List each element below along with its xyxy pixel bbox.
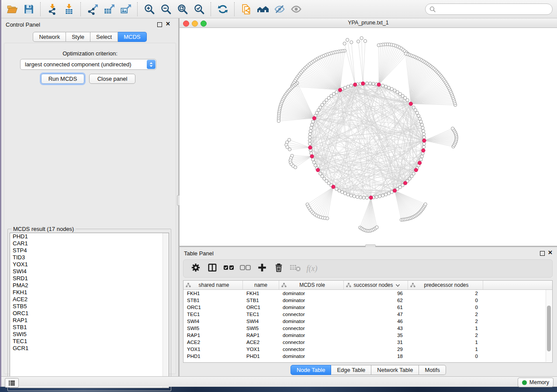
column-label: shared name: [198, 282, 229, 288]
optimization-criterion-select[interactable]: largest connected component (undirected): [20, 59, 156, 70]
network-window-titlebar[interactable]: YPA_prune.txt_1: [180, 18, 557, 28]
mcds-result-item[interactable]: PHD1: [10, 233, 169, 240]
control-panel-title: Control Panel: [6, 21, 40, 28]
table-row[interactable]: STB1STB1dominator620: [183, 297, 552, 304]
column-layout-button[interactable]: [205, 261, 219, 275]
table-row[interactable]: SWI4SWI4dominator462: [183, 318, 552, 325]
first-neighbors-button[interactable]: [255, 2, 271, 17]
cell-predecessor-nodes: 2: [408, 333, 483, 338]
tab-edge-table[interactable]: Edge Table: [331, 365, 371, 375]
export-table-button[interactable]: [101, 2, 118, 17]
memory-button[interactable]: Memory: [518, 378, 554, 387]
close-panel-icon[interactable]: ✕: [166, 21, 170, 27]
table-tabs: Node TableEdge TableNetwork TableMotifs: [180, 365, 557, 375]
mcds-result-item[interactable]: CAR1: [10, 240, 169, 247]
float-window-icon[interactable]: [157, 22, 162, 27]
cell-MCDS-role: connector: [279, 326, 344, 331]
tab-motifs[interactable]: Motifs: [419, 365, 446, 375]
network-canvas[interactable]: [180, 28, 557, 246]
mcds-result-item[interactable]: STB1: [10, 324, 169, 331]
refresh-network-button[interactable]: [214, 2, 231, 17]
zoom-selected-button[interactable]: [191, 2, 208, 17]
save-session-button[interactable]: [21, 2, 37, 17]
table-row[interactable]: SWI5SWI5connector431: [183, 325, 552, 332]
mcds-result-item[interactable]: RAP1: [10, 317, 169, 324]
mcds-result-item[interactable]: SWI4: [10, 268, 169, 275]
clone-network-button[interactable]: [238, 2, 255, 17]
column-header-successor-nodes[interactable]: successor nodes: [344, 281, 408, 289]
table-row[interactable]: TEC1TEC1connector472: [183, 311, 552, 318]
mcds-result-item[interactable]: YOX1: [10, 261, 169, 268]
network-graph[interactable]: [180, 28, 557, 246]
show-columns-button[interactable]: [222, 261, 236, 275]
tab-network-table[interactable]: Network Table: [371, 365, 419, 375]
cell-MCDS-role: dominator: [279, 319, 344, 324]
zoom-in-button[interactable]: [141, 2, 158, 17]
settings-gear-button[interactable]: [189, 261, 203, 275]
mcds-result-item[interactable]: SRD1: [10, 275, 169, 282]
add-column-button[interactable]: [255, 261, 269, 275]
status-bar: Memory: [1, 376, 557, 387]
tab-mcds[interactable]: MCDS: [118, 32, 146, 42]
import-table-button[interactable]: [61, 2, 77, 17]
function-builder-button[interactable]: f(x): [305, 261, 319, 275]
mcds-result-item[interactable]: SWI5: [10, 331, 169, 338]
column-label: successor nodes: [353, 282, 393, 288]
tab-select[interactable]: Select: [90, 32, 118, 42]
mcds-result-list[interactable]: PHD1CAR1STP4TID3YOX1SWI4SRD1PMA2FKH1ACE2…: [10, 233, 169, 388]
open-file-button[interactable]: [4, 2, 21, 17]
export-network-button[interactable]: [84, 2, 101, 17]
export-image-button[interactable]: [118, 2, 134, 17]
mcds-result-item[interactable]: STB5: [10, 303, 169, 310]
import-network-button[interactable]: [44, 2, 61, 17]
column-header-MCDS-role[interactable]: MCDS role: [279, 281, 344, 289]
zoom-out-button[interactable]: [158, 2, 174, 17]
table-row[interactable]: YOX1YOX1connector291: [183, 346, 552, 353]
column-layout-icon: [208, 263, 217, 274]
toolbar-button-groups: [4, 2, 304, 17]
cell-name: TEC1: [243, 312, 279, 317]
column-header-shared-name[interactable]: shared name: [183, 281, 243, 289]
select-stepper-icon: [147, 60, 156, 69]
float-window-icon[interactable]: [540, 251, 545, 256]
column-header-predecessor-nodes[interactable]: predecessor nodes: [408, 281, 483, 289]
mcds-result-item[interactable]: FKH1: [10, 289, 169, 296]
delete-column-button[interactable]: [272, 261, 286, 275]
table-row[interactable]: ORC1ORC1dominator610: [183, 304, 552, 311]
tab-node-table[interactable]: Node Table: [291, 365, 332, 375]
mcds-result-item[interactable]: STP4: [10, 247, 169, 254]
hide-selected-button[interactable]: [271, 2, 288, 17]
table-row[interactable]: FKH1FKH1dominator962: [183, 290, 552, 297]
column-label: name: [254, 282, 267, 288]
search-box[interactable]: [425, 3, 553, 15]
close-panel-button[interactable]: Close panel: [89, 74, 135, 84]
task-history-button[interactable]: [5, 378, 19, 388]
search-input[interactable]: [438, 6, 544, 13]
cell-predecessor-nodes: 0: [408, 298, 483, 303]
delete-table-button[interactable]: [288, 261, 302, 275]
close-panel-icon[interactable]: ✕: [548, 250, 553, 256]
hide-columns-button[interactable]: [239, 261, 253, 275]
mcds-result-item[interactable]: PMA2: [10, 282, 169, 289]
cell-successor-nodes: 31: [344, 340, 408, 345]
mcds-result-item[interactable]: GCR1: [10, 345, 169, 352]
show-all-button[interactable]: [288, 2, 304, 17]
mcds-result-item[interactable]: ORC1: [10, 310, 169, 317]
scrollbar-thumb[interactable]: [547, 306, 551, 351]
run-mcds-button[interactable]: Run MCDS: [41, 74, 84, 84]
cell-name: ORC1: [243, 305, 279, 310]
zoom-fit-button[interactable]: [174, 2, 191, 17]
cell-predecessor-nodes: 0: [408, 305, 483, 310]
mcds-result-item[interactable]: TID3: [10, 254, 169, 261]
mcds-result-item[interactable]: TEC1: [10, 338, 169, 345]
tab-network[interactable]: Network: [33, 32, 66, 42]
result-list-scrollbar[interactable]: [163, 233, 169, 388]
mcds-result-item[interactable]: ACE2: [10, 296, 169, 303]
table-row[interactable]: ACE2ACE2connector311: [183, 339, 552, 346]
table-scrollbar[interactable]: [546, 290, 552, 362]
cell-successor-nodes: 29: [344, 347, 408, 352]
column-header-name[interactable]: name: [243, 281, 279, 289]
table-row[interactable]: RAP1RAP1dominator352: [183, 332, 552, 339]
tab-style[interactable]: Style: [66, 32, 90, 42]
table-row[interactable]: PHD1PHD1dominator180: [183, 353, 552, 360]
